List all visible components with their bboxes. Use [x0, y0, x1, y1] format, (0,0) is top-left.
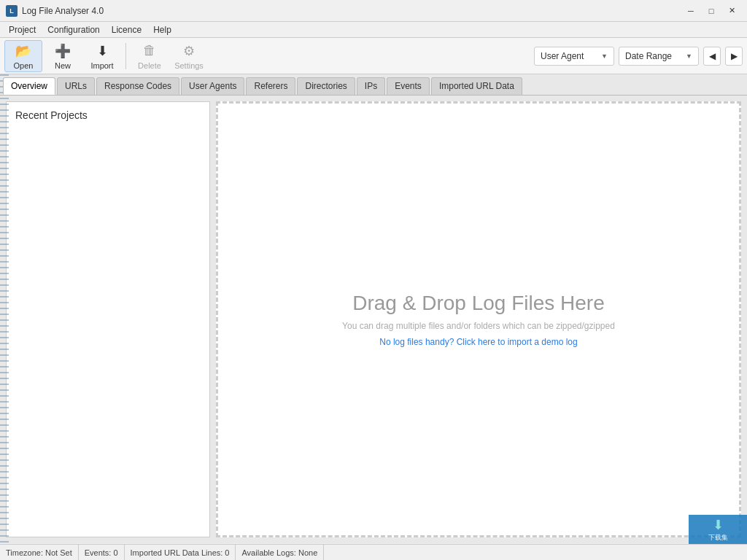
next-button[interactable]: ▶: [725, 47, 743, 66]
title-bar: L Log File Analyser 4.0 ─ □ ✕: [0, 0, 747, 22]
status-events: Events: 0: [79, 545, 125, 560]
import-button[interactable]: ⬇ Import: [83, 40, 121, 72]
open-label: Open: [14, 61, 34, 70]
date-range-label: Date Range: [625, 51, 672, 61]
user-agent-dropdown[interactable]: User Agent ▼: [534, 47, 614, 66]
app-icon-text: L: [9, 7, 14, 15]
open-icon: 📂: [15, 42, 32, 60]
left-sidebar-marks: [0, 74, 9, 544]
title-text: Log File Analyser 4.0: [22, 6, 104, 16]
toolbar-separator: [125, 43, 126, 69]
prev-button[interactable]: ◀: [703, 47, 721, 66]
app-icon: L: [6, 5, 18, 17]
tab-bar: Overview URLs Response Codes User Agents…: [0, 74, 747, 96]
drop-title: Drag & Drop Log Files Here: [352, 292, 604, 315]
status-imported-lines: Imported URL Data Lines: 0: [125, 545, 236, 560]
date-range-dropdown[interactable]: Date Range ▼: [619, 47, 699, 66]
new-label: New: [55, 61, 71, 70]
demo-log-link[interactable]: No log files handy? Click here to import…: [379, 337, 577, 347]
toolbar: 📂 Open ➕ New ⬇ Import 🗑 Delete ⚙ Setting…: [0, 38, 747, 74]
recent-projects-title: Recent Projects: [7, 102, 209, 128]
delete-label: Delete: [138, 61, 161, 70]
drop-zone[interactable]: Drag & Drop Log Files Here You can drag …: [216, 101, 741, 537]
drop-subtitle: You can drag multiple files and/or folde…: [342, 321, 615, 331]
date-range-arrow: ▼: [686, 52, 692, 60]
maximize-button[interactable]: □: [702, 4, 721, 18]
watermark-text: 下载集: [708, 533, 728, 542]
tab-directories[interactable]: Directories: [297, 77, 355, 95]
status-bar: Timezone: Not Set Events: 0 Imported URL…: [0, 544, 747, 560]
menu-licence[interactable]: Licence: [106, 22, 147, 37]
tab-overview[interactable]: Overview: [3, 77, 55, 95]
status-timezone: Timezone: Not Set: [6, 545, 79, 560]
tab-user-agents[interactable]: User Agents: [181, 77, 244, 95]
tab-urls[interactable]: URLs: [57, 77, 95, 95]
new-button[interactable]: ➕ New: [44, 40, 82, 72]
import-label: Import: [90, 61, 113, 70]
minimize-button[interactable]: ─: [681, 4, 700, 18]
tab-imported-url-data[interactable]: Imported URL Data: [431, 77, 522, 95]
new-icon: ➕: [54, 42, 71, 60]
close-button[interactable]: ✕: [722, 4, 741, 18]
tab-ips[interactable]: IPs: [357, 77, 385, 95]
delete-icon: 🗑: [141, 42, 158, 60]
tab-response-codes[interactable]: Response Codes: [96, 77, 179, 95]
menu-bar: Project Configuration Licence Help: [0, 22, 747, 38]
status-available-logs: Available Logs: None: [236, 545, 324, 560]
window-controls: ─ □ ✕: [681, 4, 741, 18]
import-icon: ⬇: [93, 42, 111, 60]
delete-button[interactable]: 🗑 Delete: [131, 40, 169, 72]
menu-project[interactable]: Project: [3, 22, 42, 37]
watermark-icon: ⬇: [713, 517, 724, 533]
settings-icon: ⚙: [180, 42, 198, 60]
user-agent-arrow: ▼: [601, 52, 608, 60]
menu-configuration[interactable]: Configuration: [42, 22, 105, 37]
left-panel: Recent Projects: [6, 101, 210, 537]
watermark: ⬇ 下载集: [689, 515, 747, 544]
user-agent-label: User Agent: [541, 51, 584, 61]
open-button[interactable]: 📂 Open: [4, 40, 42, 72]
settings-label: Settings: [174, 61, 204, 70]
tab-events[interactable]: Events: [387, 77, 430, 95]
toolbar-right: User Agent ▼ Date Range ▼ ◀ ▶: [534, 47, 743, 66]
tab-referers[interactable]: Referers: [246, 77, 295, 95]
title-left: L Log File Analyser 4.0: [6, 5, 104, 17]
menu-help[interactable]: Help: [147, 22, 177, 37]
settings-button[interactable]: ⚙ Settings: [170, 40, 208, 72]
main-area: Recent Projects Drag & Drop Log Files He…: [0, 96, 747, 543]
